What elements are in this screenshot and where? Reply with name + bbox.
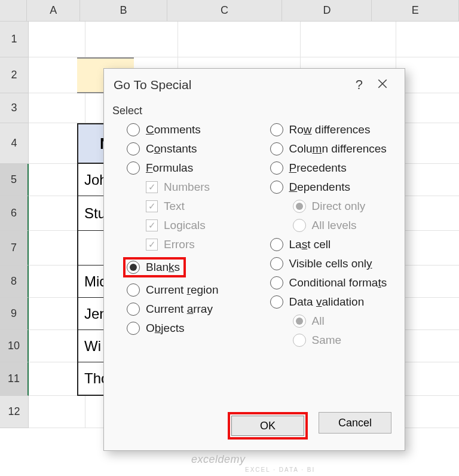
cell[interactable] [178, 22, 301, 57]
radio-icon [127, 322, 140, 335]
radio-label: Comments [146, 123, 201, 136]
radio-conditional-formats[interactable]: Conditional formats [256, 276, 393, 289]
col-header-E[interactable]: E [372, 0, 459, 21]
checkbox-icon: ✓ [146, 200, 158, 212]
row-header-9[interactable]: 9 [0, 298, 29, 330]
cell[interactable] [396, 57, 459, 93]
row-header-6[interactable]: 6 [0, 196, 29, 231]
watermark-sub: EXCEL · DATA · BI [245, 466, 315, 473]
ok-button-highlight: OK [228, 412, 308, 440]
radio-icon [270, 123, 283, 136]
cell[interactable] [29, 93, 85, 123]
radio-constants[interactable]: Constants [112, 142, 250, 155]
checkbox-icon: ✓ [146, 219, 158, 231]
cell[interactable] [396, 196, 459, 231]
radio-label: Dependents [289, 181, 350, 194]
row-header-11[interactable]: 11 [0, 362, 29, 396]
row-header-10[interactable]: 10 [0, 330, 29, 362]
check-label: Text [164, 200, 185, 213]
cell[interactable] [396, 396, 459, 428]
cancel-button[interactable]: Cancel [319, 412, 391, 434]
close-button[interactable] [370, 75, 395, 95]
cell[interactable] [396, 266, 459, 298]
radio-blanks[interactable]: Blanks [112, 257, 250, 277]
cell[interactable] [29, 22, 85, 57]
check-label: Errors [164, 238, 195, 251]
radio-precedents[interactable]: Precedents [256, 161, 393, 175]
radio-label: Blanks [146, 261, 180, 274]
radio-visible-cells-only[interactable]: Visible cells only [256, 257, 393, 270]
dialog-title: Go To Special [114, 78, 191, 92]
radio-label: Column differences [289, 142, 387, 155]
goto-special-dialog: Go To Special ? Select CommentsConstants… [103, 68, 405, 451]
col-header-A[interactable]: A [27, 0, 80, 21]
radio-label: Current array [146, 303, 213, 316]
cell[interactable] [396, 330, 459, 362]
formula-sub-text: ✓Text [112, 200, 250, 213]
cell[interactable] [396, 93, 459, 123]
cell[interactable] [85, 22, 178, 57]
checkbox-icon: ✓ [146, 181, 158, 193]
radio-label: All [312, 315, 325, 328]
cell[interactable] [396, 22, 459, 57]
radio-label: Current region [146, 283, 218, 297]
cell[interactable] [29, 396, 85, 428]
radio-label: Constants [146, 142, 197, 155]
radio-label: Direct only [312, 200, 366, 213]
radio-current-region[interactable]: Current region [112, 283, 250, 297]
radio-all: All [256, 315, 393, 328]
radio-current-array[interactable]: Current array [112, 303, 250, 316]
radio-label: Data validation [289, 295, 365, 309]
row-header-8[interactable]: 8 [0, 266, 29, 298]
radio-comments[interactable]: Comments [112, 123, 250, 136]
col-header-C[interactable]: C [167, 0, 282, 21]
help-button[interactable]: ? [348, 75, 370, 95]
radio-icon [270, 276, 283, 289]
radio-row-differences[interactable]: Row differences [256, 123, 393, 136]
radio-icon [293, 315, 306, 328]
radio-icon [270, 161, 283, 175]
cell[interactable] [396, 231, 459, 266]
radio-icon [127, 123, 140, 136]
col-header-D[interactable]: D [282, 0, 372, 21]
radio-objects[interactable]: Objects [112, 322, 250, 335]
formula-sub-logicals: ✓Logicals [112, 219, 250, 232]
cell[interactable] [396, 298, 459, 330]
radio-direct-only: Direct only [256, 200, 393, 213]
row-header-12[interactable]: 12 [0, 396, 29, 428]
radio-last-cell[interactable]: Last cell [256, 238, 393, 251]
radio-icon [270, 257, 283, 270]
radio-formulas[interactable]: Formulas [112, 161, 250, 175]
blanks-highlight: Blanks [123, 257, 186, 277]
row-header-4[interactable]: 4 [0, 123, 29, 164]
radio-label: Row differences [289, 123, 371, 136]
radio-icon [127, 142, 140, 155]
row-header-5[interactable]: 5 [0, 164, 29, 196]
check-label: Logicals [164, 219, 206, 232]
row-header-7[interactable]: 7 [0, 231, 29, 266]
select-all-corner[interactable] [0, 0, 27, 21]
radio-label: Conditional formats [289, 276, 387, 289]
radio-column-differences[interactable]: Column differences [256, 142, 393, 155]
radio-icon [127, 283, 140, 297]
col-header-B[interactable]: B [80, 0, 167, 21]
radio-data-validation[interactable]: Data validation [256, 295, 393, 309]
radio-icon [270, 142, 283, 155]
cell[interactable] [396, 164, 459, 196]
cell[interactable] [301, 22, 396, 57]
radio-dependents[interactable]: Dependents [256, 181, 393, 194]
row-header-1[interactable]: 1 [0, 22, 29, 57]
radio-icon [293, 200, 306, 213]
radio-all-levels: All levels [256, 219, 393, 232]
row-header-3[interactable]: 3 [0, 93, 29, 123]
check-label: Numbers [164, 181, 210, 194]
formula-sub-numbers: ✓Numbers [112, 181, 250, 194]
ok-button[interactable]: OK [231, 416, 304, 436]
cell[interactable] [396, 362, 459, 396]
cell[interactable] [396, 123, 459, 164]
radio-icon [270, 295, 283, 309]
row-header-2[interactable]: 2 [0, 57, 29, 93]
checkbox-icon: ✓ [146, 239, 158, 251]
watermark: exceldemy [191, 453, 246, 466]
radio-label: Last cell [289, 238, 331, 251]
